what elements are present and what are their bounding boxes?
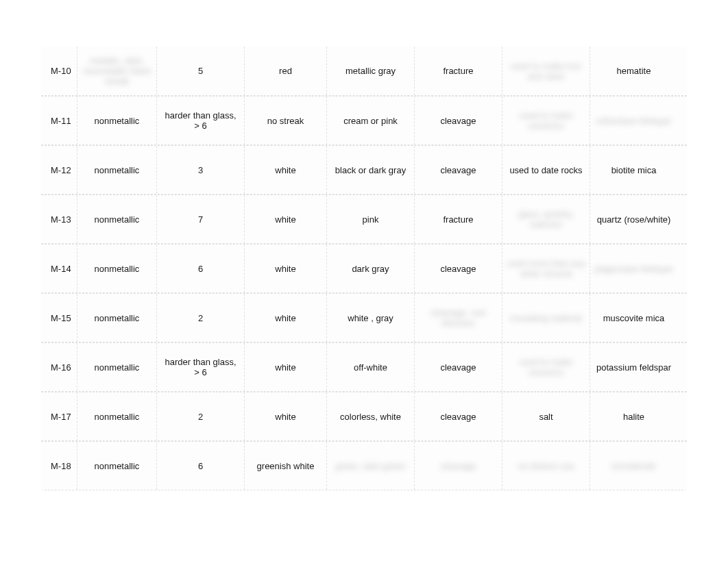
cell-streak: red xyxy=(244,47,326,95)
cell-color: metallic gray xyxy=(326,47,414,95)
cell-hardness-text: 6 xyxy=(198,461,203,471)
cell-luster: nonmetallic xyxy=(77,245,156,292)
cell-hardness-text: 2 xyxy=(198,313,203,323)
table-row: M-13nonmetallic7whitepinkfractureglass, … xyxy=(41,195,687,244)
cell-name: hematite xyxy=(590,47,677,95)
cell-hardness-text: 2 xyxy=(198,412,203,422)
cell-break-text: fracture xyxy=(443,66,473,76)
table-row: M-12nonmetallic3whiteblack or dark grayc… xyxy=(41,145,687,195)
cell-color: cream or pink xyxy=(326,97,414,145)
cell-streak: white xyxy=(244,195,326,243)
cell-id-text: M-18 xyxy=(51,461,71,471)
cell-hardness: 5 xyxy=(156,47,244,95)
mineral-table: M-10metallic, dark, nonmetallic black st… xyxy=(41,47,687,490)
cell-luster: nonmetallic xyxy=(77,392,156,440)
cell-name-text: muscovite mica xyxy=(603,313,665,323)
cell-luster: nonmetallic xyxy=(77,294,156,342)
table-row: M-10metallic, dark, nonmetallic black st… xyxy=(41,47,687,96)
cell-special: no distinct use xyxy=(502,442,590,490)
cell-name: biotite mica xyxy=(590,146,677,194)
cell-id: M-18 xyxy=(41,442,77,490)
cell-break-text: fracture xyxy=(443,214,473,225)
cell-streak-text: white xyxy=(275,165,295,175)
cell-hardness: 6 xyxy=(156,245,244,292)
cell-name-text: orthoclase feldspar xyxy=(596,116,672,126)
cell-name-text: plagioclase feldspar xyxy=(594,264,673,274)
cell-color-text: cream or pink xyxy=(343,116,398,126)
cell-special-text: glass, jewelry, watches xyxy=(507,209,585,229)
cell-luster-text: nonmetallic xyxy=(95,461,140,471)
table-row: M-11nonmetallicharder than glass, > 6no … xyxy=(41,96,687,145)
cell-id-text: M-10 xyxy=(51,66,71,76)
cell-color-text: green, dark green xyxy=(335,461,406,471)
cell-break-text: cleavage xyxy=(440,116,476,126)
cell-id: M-11 xyxy=(41,97,77,145)
cell-hardness: 2 xyxy=(156,294,244,342)
cell-name-text: quartz (rose/white) xyxy=(597,214,671,225)
cell-hardness-text: 6 xyxy=(198,264,203,274)
cell-name: halite xyxy=(590,392,677,440)
cell-special: used more than any other mineral xyxy=(502,245,590,292)
cell-break: fracture xyxy=(414,195,502,243)
cell-luster: nonmetallic xyxy=(77,146,156,194)
cell-id: M-17 xyxy=(41,392,77,440)
cell-streak: white xyxy=(244,343,326,391)
cell-streak: greenish white xyxy=(244,442,326,490)
cell-color-text: black or dark gray xyxy=(335,165,406,175)
cell-streak-text: red xyxy=(279,66,292,76)
cell-streak-text: white xyxy=(275,412,295,422)
cell-special-text: used to make ceramics xyxy=(507,357,585,377)
cell-color: black or dark gray xyxy=(326,146,414,194)
cell-luster: nonmetallic xyxy=(77,442,156,490)
cell-color: dark gray xyxy=(326,245,414,292)
cell-name-text: biotite mica xyxy=(611,165,657,175)
cell-special-text: used to make iron and steel xyxy=(507,61,585,82)
cell-id-text: M-12 xyxy=(51,165,71,175)
cell-break: cleavage xyxy=(414,442,502,490)
cell-special: used to make ceramics xyxy=(502,97,590,145)
cell-name: hornblende xyxy=(590,442,677,490)
cell-color: colorless, white xyxy=(326,392,414,440)
cell-hardness-text: harder than glass, > 6 xyxy=(161,110,240,131)
cell-id: M-12 xyxy=(41,146,77,194)
cell-luster: metallic, dark, nonmetallic black streak xyxy=(77,47,156,95)
cell-id: M-16 xyxy=(41,343,77,391)
cell-hardness: 6 xyxy=(156,442,244,490)
cell-id-text: M-16 xyxy=(51,362,71,373)
cell-streak: no streak xyxy=(244,97,326,145)
cell-hardness-text: 7 xyxy=(198,214,203,225)
cell-luster: nonmetallic xyxy=(77,343,156,391)
cell-special-text: used to date rocks xyxy=(509,165,582,175)
cell-break: fracture xyxy=(414,47,502,95)
cell-luster-text: metallic, dark, nonmetallic black streak xyxy=(82,55,152,86)
cell-special-text: insulating material xyxy=(510,313,582,323)
cell-special: salt xyxy=(502,392,590,440)
cell-name: orthoclase feldspar xyxy=(590,97,677,145)
cell-color: pink xyxy=(326,195,414,243)
cell-special-text: used to make ceramics xyxy=(507,110,585,131)
cell-special: used to date rocks xyxy=(502,146,590,194)
cell-luster-text: nonmetallic xyxy=(95,165,140,175)
cell-name: plagioclase feldspar xyxy=(590,245,677,292)
table-row: M-15nonmetallic2whitewhite , graycleavag… xyxy=(41,293,687,342)
cell-hardness-text: 5 xyxy=(198,66,203,76)
cell-break: cleavage, one direction xyxy=(414,294,502,342)
cell-special: insulating material xyxy=(502,294,590,342)
cell-break: cleavage xyxy=(414,97,502,145)
table-row: M-16nonmetallicharder than glass, > 6whi… xyxy=(41,342,687,392)
cell-hardness-text: 3 xyxy=(198,165,203,175)
cell-name: quartz (rose/white) xyxy=(590,195,677,243)
cell-id-text: M-11 xyxy=(51,116,71,126)
cell-special: used to make ceramics xyxy=(502,343,590,391)
cell-color-text: metallic gray xyxy=(345,66,396,76)
cell-luster-text: nonmetallic xyxy=(95,313,140,323)
cell-break: cleavage xyxy=(414,392,502,440)
cell-special-text: salt xyxy=(539,412,553,422)
cell-hardness: harder than glass, > 6 xyxy=(156,343,244,391)
table-row: M-17nonmetallic2whitecolorless, whitecle… xyxy=(41,392,687,441)
cell-special-text: used more than any other mineral xyxy=(507,258,585,279)
cell-luster: nonmetallic xyxy=(77,97,156,145)
cell-color-text: pink xyxy=(363,214,379,225)
cell-id: M-14 xyxy=(41,245,77,292)
cell-streak: white xyxy=(244,392,326,440)
